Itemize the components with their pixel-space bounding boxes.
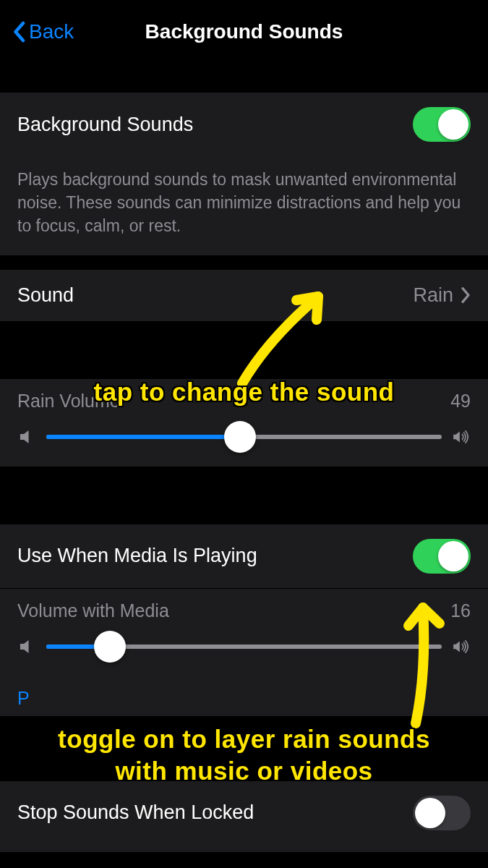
rain-volume-value: 49 <box>450 391 471 412</box>
rain-volume-cell: Rain Volume 49 <box>0 379 488 467</box>
use-when-media-row[interactable]: Use When Media Is Playing <box>0 524 488 588</box>
background-sounds-footer: Plays background sounds to mask unwanted… <box>0 156 488 255</box>
volume-with-media-label: Volume with Media <box>17 600 169 621</box>
back-button[interactable]: Back <box>12 20 74 43</box>
nav-header: Back Background Sounds <box>0 0 488 64</box>
volume-max-icon <box>452 637 471 656</box>
volume-with-media-value: 16 <box>450 600 471 621</box>
use-when-media-switch[interactable] <box>413 539 471 574</box>
volume-min-icon <box>17 637 36 656</box>
volume-with-media-slider[interactable] <box>46 644 442 649</box>
background-sounds-switch[interactable] <box>413 107 471 142</box>
sound-row[interactable]: Sound Rain <box>0 270 488 321</box>
background-sounds-row[interactable]: Background Sounds <box>0 93 488 156</box>
back-label: Back <box>29 20 74 43</box>
volume-max-icon <box>452 427 471 446</box>
use-when-media-label: Use When Media Is Playing <box>17 545 257 567</box>
volume-min-icon <box>17 427 36 446</box>
truncated-link[interactable]: P <box>0 676 488 716</box>
stop-sounds-locked-label: Stop Sounds When Locked <box>17 801 254 824</box>
background-sounds-label: Background Sounds <box>17 114 193 136</box>
rain-volume-label: Rain Volume <box>17 391 120 412</box>
sound-value: Rain <box>413 284 453 307</box>
stop-sounds-locked-row[interactable]: Stop Sounds When Locked <box>0 781 488 852</box>
rain-volume-slider[interactable] <box>46 435 442 439</box>
chevron-right-icon <box>461 286 471 304</box>
stop-sounds-locked-switch[interactable] <box>413 796 471 830</box>
sound-label: Sound <box>17 284 74 307</box>
volume-with-media-cell: Volume with Media 16 <box>0 589 488 676</box>
chevron-left-icon <box>12 21 26 43</box>
